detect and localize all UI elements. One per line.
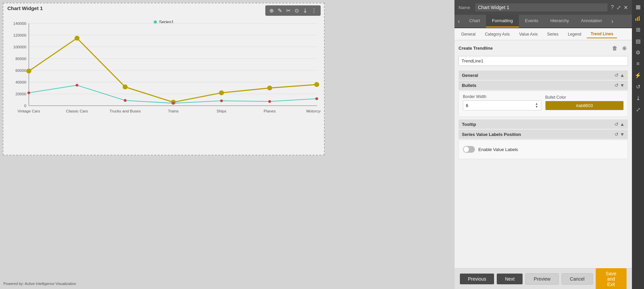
bullet-color-label: Bullet Color <box>545 95 624 100</box>
sidebar-filter-icon[interactable]: ⚡ <box>633 70 643 81</box>
cancel-button[interactable]: Cancel <box>561 273 593 285</box>
svg-text:Ships: Ships <box>217 109 226 113</box>
save-exit-button[interactable]: Save and Exit <box>596 268 627 289</box>
sidebar-download-icon[interactable]: ⤓ <box>633 93 643 103</box>
chart-widget-title: Chart Widget 1 <box>7 5 43 11</box>
previous-button[interactable]: Previous <box>460 274 494 284</box>
general-collapse-icon[interactable]: ▲ <box>620 73 625 78</box>
chart-svg: 140000 120000 100000 80000 60000 40000 2… <box>7 18 321 143</box>
chart-widget-container: Chart Widget 1 ⊕ ✎ ✂ ⊙ ⤓ ⋮ Series1 14000… <box>3 3 325 155</box>
trendline-select[interactable]: TrendLine1 <box>459 56 628 66</box>
sidebar-layout-icon[interactable]: ▤ <box>633 36 643 46</box>
tab-hierarchy[interactable]: Hierarchy <box>544 15 575 28</box>
bullets-collapse-icon[interactable]: ▼ <box>620 83 625 88</box>
tooltip-collapse-icon[interactable]: ▲ <box>620 122 625 127</box>
sub-tab-series[interactable]: Series <box>543 31 562 38</box>
bullets-section-header[interactable]: Bullets ↺ ▼ <box>459 81 628 90</box>
preview-button[interactable]: Preview <box>525 273 559 285</box>
svg-text:140000: 140000 <box>13 21 26 26</box>
help-icon[interactable]: ? <box>611 4 614 11</box>
tab-events[interactable]: Events <box>519 15 544 28</box>
sidebar-chart-icon[interactable] <box>633 13 643 23</box>
enable-value-labels-row: Enable Value Labels <box>463 143 624 155</box>
svg-text:Trains: Trains <box>168 109 179 113</box>
widget-name-input[interactable] <box>475 3 607 11</box>
svg-text:Trucks and Buses: Trucks and Buses <box>110 109 141 113</box>
bullets-reset-icon[interactable]: ↺ <box>614 83 619 88</box>
panel-header: Name ? ⤢ ✕ <box>454 0 632 15</box>
sub-tab-trend-lines[interactable]: Trend Lines <box>587 30 617 38</box>
svg-point-29 <box>220 99 223 102</box>
svg-text:120000: 120000 <box>13 33 26 37</box>
sidebar-grid-icon[interactable]: ⊞ <box>633 24 643 35</box>
toolbar-edit-btn[interactable]: ✂ <box>285 7 292 14</box>
close-icon[interactable]: ✕ <box>624 4 628 11</box>
chart-toolbar: ⊕ ✎ ✂ ⊙ ⤓ ⋮ <box>265 5 321 16</box>
panel-header-icons: ? ⤢ ✕ <box>611 4 628 11</box>
right-sidebar: ▦ ⊞ ▤ ⚙ ≡ ⚡ ↺ ⤓ ⤢ <box>632 0 644 289</box>
sidebar-data-icon[interactable]: ≡ <box>633 58 643 69</box>
general-reset-icon[interactable]: ↺ <box>614 73 619 78</box>
svg-point-24 <box>314 82 319 87</box>
border-width-label: Border Width <box>463 94 541 99</box>
panel-footer: Previous Next Preview Cancel Save and Ex… <box>454 268 632 289</box>
svg-point-31 <box>315 97 318 100</box>
enable-value-labels-toggle[interactable] <box>463 146 475 153</box>
sub-tab-category-axis[interactable]: Category Axis <box>481 31 514 38</box>
series-labels-section-body: Enable Value Labels <box>459 140 628 159</box>
bullet-color-display[interactable]: #ab8603 <box>545 101 624 110</box>
tooltip-section-icons: ↺ ▲ <box>614 122 625 127</box>
general-section-label: General <box>462 73 478 78</box>
right-panel: Name ? ⤢ ✕ ‹ Chart Formatting Events Hie… <box>454 0 632 289</box>
bullets-form-row: Border Width ▲ ▼ Bullet Color #ab8603 <box>463 94 624 110</box>
sub-tab-general[interactable]: General <box>457 31 480 38</box>
sidebar-settings-icon[interactable]: ⚙ <box>633 47 643 58</box>
tab-next-btn[interactable]: › <box>608 15 616 28</box>
svg-point-28 <box>172 102 175 104</box>
svg-point-30 <box>268 100 271 103</box>
svg-point-20 <box>123 85 128 89</box>
svg-point-19 <box>74 36 79 41</box>
svg-text:0: 0 <box>24 104 26 108</box>
expand-icon[interactable]: ⤢ <box>616 4 621 11</box>
tab-chart[interactable]: Chart <box>463 15 486 28</box>
toolbar-move-btn[interactable]: ⊕ <box>268 7 275 14</box>
border-width-input[interactable] <box>466 103 524 108</box>
svg-point-25 <box>28 91 31 94</box>
border-width-spinner[interactable]: ▲ ▼ <box>535 102 538 108</box>
border-width-group: Border Width ▲ ▼ <box>463 94 541 110</box>
toolbar-download-btn[interactable]: ⤓ <box>302 7 309 14</box>
sidebar-refresh-icon[interactable]: ↺ <box>633 81 643 92</box>
sidebar-expand-icon[interactable]: ⤢ <box>633 104 643 115</box>
series-labels-reset-icon[interactable]: ↺ <box>614 132 619 137</box>
add-trendline-btn[interactable]: ⊕ <box>621 44 628 52</box>
next-button[interactable]: Next <box>497 274 523 284</box>
svg-point-23 <box>267 86 272 90</box>
main-tabs: ‹ Chart Formatting Events Hierarchy Anno… <box>454 15 632 28</box>
trendline-select-row: TrendLine1 <box>459 56 628 66</box>
chart-area: Chart Widget 1 ⊕ ✎ ✂ ⊙ ⤓ ⋮ Series1 14000… <box>0 0 454 289</box>
sub-tab-legend[interactable]: Legend <box>564 31 585 38</box>
toggle-knob <box>464 147 469 152</box>
toolbar-draw-btn[interactable]: ✎ <box>276 7 283 14</box>
sub-tab-value-axis[interactable]: Value Axis <box>515 31 542 38</box>
spinner-down[interactable]: ▼ <box>535 105 538 108</box>
bullet-color-group: Bullet Color #ab8603 <box>545 95 624 110</box>
tab-prev-btn[interactable]: ‹ <box>454 15 463 28</box>
tooltip-section-header[interactable]: Tooltip ↺ ▲ <box>459 119 628 129</box>
svg-point-26 <box>75 84 78 87</box>
general-section-header[interactable]: General ↺ ▲ <box>459 70 628 80</box>
toolbar-view-btn[interactable]: ⊙ <box>293 7 300 14</box>
border-width-input-wrapper: ▲ ▼ <box>463 100 541 110</box>
svg-rect-41 <box>639 16 640 21</box>
series-labels-collapse-icon[interactable]: ▼ <box>620 132 625 137</box>
toolbar-more-btn[interactable]: ⋮ <box>310 7 318 14</box>
svg-text:Classic Cars: Classic Cars <box>66 109 88 113</box>
sidebar-widget-icon[interactable]: ▦ <box>633 1 643 12</box>
delete-trendline-btn[interactable]: 🗑 <box>611 44 619 52</box>
tab-annotation[interactable]: Annotation <box>575 15 608 28</box>
tab-formatting[interactable]: Formatting <box>486 15 519 28</box>
tooltip-reset-icon[interactable]: ↺ <box>614 122 619 127</box>
trendline-actions: 🗑 ⊕ <box>611 44 628 52</box>
series-labels-section-header[interactable]: Series Value Labels Position ↺ ▼ <box>459 130 628 139</box>
